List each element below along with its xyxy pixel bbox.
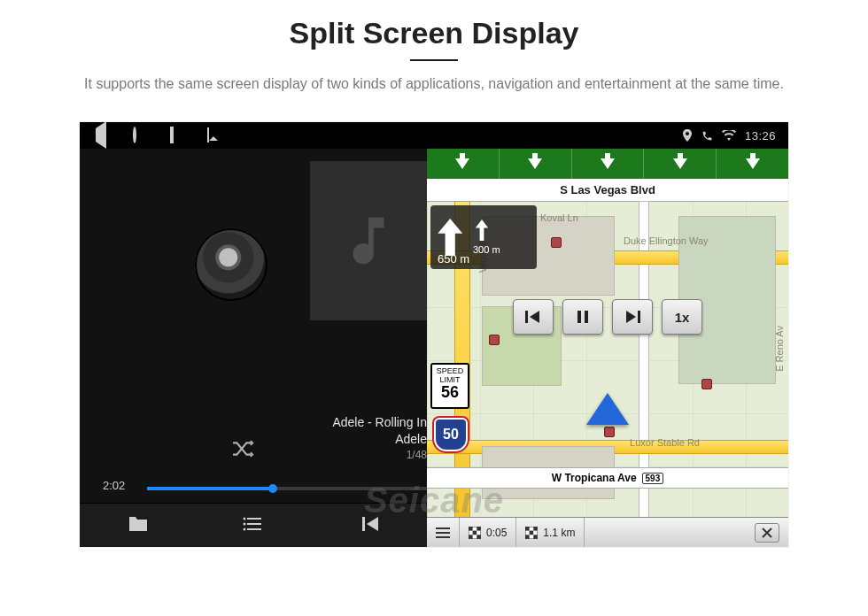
pause-button[interactable] (562, 299, 603, 335)
music-toolbar (80, 503, 427, 547)
folder-button[interactable] (127, 515, 150, 536)
flag-icon (469, 527, 481, 539)
svg-rect-4 (469, 527, 473, 531)
elapsed-time: 2:02 (103, 479, 125, 492)
svg-rect-5 (477, 527, 481, 531)
track-index: 1/48 (332, 448, 427, 462)
shuffle-icon[interactable] (230, 439, 255, 462)
title-underline (410, 59, 458, 61)
turn-right-icon (473, 219, 491, 241)
poi-icon (604, 427, 615, 437)
close-icon (755, 523, 779, 543)
track-meta: Adele - Rolling In Adele 1/48 (332, 414, 427, 462)
poi-icon (551, 237, 562, 248)
svg-rect-12 (530, 530, 534, 535)
progress-track[interactable] (147, 487, 427, 490)
speed-button[interactable]: 1x (662, 299, 702, 335)
svg-point-0 (243, 517, 245, 520)
disc-icon (195, 228, 267, 301)
previous-button[interactable] (359, 515, 380, 536)
svg-rect-13 (525, 535, 530, 539)
close-nav-button[interactable] (746, 518, 788, 547)
turn-panel: 300 m 650 m (430, 205, 537, 269)
lane-arrow-icon (571, 149, 644, 179)
music-pane: Adele - Rolling In Adele 1/48 2:02 (80, 122, 427, 547)
recents-icon[interactable] (170, 128, 184, 142)
svg-rect-7 (469, 535, 473, 539)
wifi-icon (722, 130, 736, 141)
svg-rect-10 (525, 527, 530, 531)
playlist-button[interactable] (243, 516, 266, 535)
next-track-button[interactable] (612, 299, 653, 335)
street-name: W Tropicana Ave (552, 472, 637, 484)
svg-rect-14 (534, 535, 539, 539)
svg-rect-8 (477, 535, 481, 539)
device-screen: 13:26 Adele - Rolling In Adele 1/48 2:02 (80, 122, 788, 547)
map-label: Koval Ln (540, 212, 578, 223)
svg-point-1 (243, 522, 245, 525)
track-title: Adele - Rolling In (332, 414, 427, 431)
poi-icon (701, 379, 712, 389)
gallery-icon[interactable] (207, 128, 221, 142)
progress-fill (147, 487, 273, 490)
home-icon[interactable] (133, 128, 147, 142)
prev-track-button[interactable] (513, 299, 554, 335)
lane-arrow-icon (716, 149, 788, 179)
svg-point-2 (243, 527, 245, 530)
menu-button[interactable] (427, 518, 460, 547)
current-street: S Las Vegas Blvd (427, 179, 788, 202)
map-label: Luxor Stable Rd (630, 437, 700, 448)
exit-number: 593 (642, 473, 664, 484)
location-icon (682, 129, 693, 142)
lane-arrow-icon (427, 149, 499, 179)
eta-distance: 1.1 km (516, 518, 585, 547)
eta-time: 0:05 (460, 518, 516, 547)
page-title: Split Screen Display (53, 16, 815, 50)
poi-icon (489, 335, 500, 345)
navigation-pane: S Las Vegas Blvd Koval Ln Duke Ellington… (427, 122, 788, 547)
upcoming-street: W Tropicana Ave 593 (427, 467, 788, 489)
nav-bottom-bar: 0:05 1.1 km (427, 517, 788, 547)
phone-icon (701, 130, 713, 142)
playback-controls: 1x (513, 299, 702, 335)
flag-icon (525, 527, 538, 539)
track-artist: Adele (332, 431, 427, 448)
status-bar: 13:26 (80, 122, 788, 149)
highway-shield: 50 (434, 418, 468, 451)
svg-rect-6 (473, 530, 477, 535)
lane-strip (427, 149, 788, 179)
map-label: E Reno Av (774, 326, 785, 372)
speed-value: 56 (432, 384, 468, 401)
eta-dist-value: 1.1 km (543, 527, 575, 539)
next-turn-distance: 300 m (473, 244, 500, 256)
lane-arrow-icon (643, 149, 716, 179)
vehicle-arrow-icon (586, 393, 629, 425)
svg-rect-11 (534, 527, 539, 531)
back-icon[interactable] (96, 128, 110, 142)
lane-arrow-icon (499, 149, 571, 179)
turn-distance: 650 m (438, 252, 469, 266)
status-clock: 13:26 (745, 129, 776, 142)
eta-time-value: 0:05 (486, 527, 507, 539)
map-label: Duke Ellington Way (624, 235, 709, 246)
speed-limit-sign: SPEED LIMIT 56 (430, 363, 469, 409)
page-subtitle: It supports the same screen display of t… (53, 73, 815, 94)
album-art (310, 161, 427, 320)
turn-left-icon (438, 219, 468, 256)
